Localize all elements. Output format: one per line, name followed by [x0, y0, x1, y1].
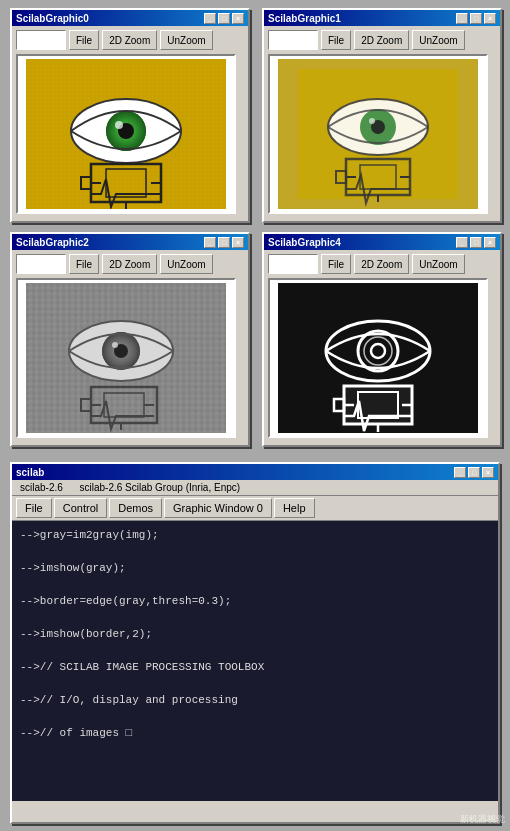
file-btn-4[interactable]: File	[321, 254, 351, 274]
image-graphic4	[278, 283, 478, 433]
terminal-line-blank-1	[20, 544, 490, 561]
file-btn-1[interactable]: File	[321, 30, 351, 50]
titlebar-buttons-scilab: _ □ ×	[454, 467, 494, 478]
scilab-info-bar: scilab-2.6 scilab-2.6 Scilab Group (Inri…	[12, 480, 498, 496]
minimize-btn-1[interactable]: _	[456, 13, 468, 24]
title-graphic0: ScilabGraphic0	[16, 13, 89, 24]
titlebar-buttons-4: _ □ ×	[456, 237, 496, 248]
window-graphic1: ScilabGraphic1 _ □ × File 2D Zoom UnZoom	[262, 8, 502, 223]
menu-file[interactable]: File	[16, 498, 52, 518]
titlebar-buttons-0: _ □ ×	[204, 13, 244, 24]
minimize-btn-0[interactable]: _	[204, 13, 216, 24]
unzoom-btn-2[interactable]: UnZoom	[160, 254, 212, 274]
maximize-btn-1[interactable]: □	[470, 13, 482, 24]
file-btn-2[interactable]: File	[69, 254, 99, 274]
title-graphic2: ScilabGraphic2	[16, 237, 89, 248]
menu-help[interactable]: Help	[274, 498, 315, 518]
input-graphic1[interactable]	[268, 30, 318, 50]
terminal-line-blank-4	[20, 643, 490, 660]
toolbar-graphic2: File 2D Zoom UnZoom	[16, 254, 244, 274]
input-graphic4[interactable]	[268, 254, 318, 274]
close-btn-0[interactable]: ×	[232, 13, 244, 24]
terminal-line-blank-3	[20, 610, 490, 627]
toolbar-graphic0: File 2D Zoom UnZoom	[16, 30, 244, 50]
toolbar-graphic1: File 2D Zoom UnZoom	[268, 30, 496, 50]
desktop: ScilabGraphic0 _ □ × File 2D Zoom UnZoom	[0, 0, 510, 831]
minimize-btn-2[interactable]: _	[204, 237, 216, 248]
terminal-line-1: -->gray=im2gray(img);	[20, 527, 490, 544]
zoom-btn-1[interactable]: 2D Zoom	[354, 30, 409, 50]
content-graphic1: File 2D Zoom UnZoom	[264, 26, 500, 218]
title-scilab: scilab	[16, 467, 44, 478]
close-btn-1[interactable]: ×	[484, 13, 496, 24]
scilab-version: scilab-2.6	[20, 482, 63, 493]
canvas-graphic0	[16, 54, 236, 214]
scilab-group: scilab-2.6 Scilab Group (Inria, Enpc)	[79, 482, 240, 493]
canvas-graphic1	[268, 54, 488, 214]
zoom-btn-0[interactable]: 2D Zoom	[102, 30, 157, 50]
scilab-window: scilab _ □ × scilab-2.6 scilab-2.6 Scila…	[10, 462, 500, 824]
window-graphic2: ScilabGraphic2 _ □ × File 2D Zoom UnZoom	[10, 232, 250, 447]
terminal-line-blank-2	[20, 577, 490, 594]
titlebar-graphic4: ScilabGraphic4 _ □ ×	[264, 234, 500, 250]
titlebar-scilab: scilab _ □ ×	[12, 464, 498, 480]
minimize-btn-scilab[interactable]: _	[454, 467, 466, 478]
titlebar-graphic0: ScilabGraphic0 _ □ ×	[12, 10, 248, 26]
menu-control[interactable]: Control	[54, 498, 107, 518]
menu-demos[interactable]: Demos	[109, 498, 162, 518]
unzoom-btn-4[interactable]: UnZoom	[412, 254, 464, 274]
close-btn-scilab[interactable]: ×	[482, 467, 494, 478]
content-graphic4: File 2D Zoom UnZoom	[264, 250, 500, 442]
svg-point-39	[112, 342, 118, 348]
content-graphic0: File 2D Zoom UnZoom	[12, 26, 248, 218]
terminal-line-6: -->// I/O, display and processing	[20, 692, 490, 709]
titlebar-buttons-1: _ □ ×	[456, 13, 496, 24]
svg-point-22	[369, 118, 375, 124]
window-graphic4: ScilabGraphic4 _ □ × File 2D Zoom UnZoom	[262, 232, 502, 447]
unzoom-btn-0[interactable]: UnZoom	[160, 30, 212, 50]
input-graphic0[interactable]	[16, 30, 66, 50]
canvas-graphic2	[16, 278, 236, 438]
menu-graphic-window[interactable]: Graphic Window 0	[164, 498, 272, 518]
titlebar-buttons-2: _ □ ×	[204, 237, 244, 248]
maximize-btn-0[interactable]: □	[218, 13, 230, 24]
terminal-line-2: -->imshow(gray);	[20, 560, 490, 577]
input-graphic2[interactable]	[16, 254, 66, 274]
minimize-btn-4[interactable]: _	[456, 237, 468, 248]
image-graphic0	[26, 59, 226, 209]
terminal-line-7: -->// of images □	[20, 725, 490, 742]
file-btn-0[interactable]: File	[69, 30, 99, 50]
image-graphic1	[278, 59, 478, 209]
zoom-btn-4[interactable]: 2D Zoom	[354, 254, 409, 274]
scilab-terminal[interactable]: -->gray=im2gray(img); -->imshow(gray); -…	[12, 521, 498, 801]
title-graphic1: ScilabGraphic1	[268, 13, 341, 24]
title-graphic4: ScilabGraphic4	[268, 237, 341, 248]
terminal-line-5: -->// SCILAB IMAGE PROCESSING TOOLBOX	[20, 659, 490, 676]
image-graphic2	[26, 283, 226, 433]
canvas-graphic4	[268, 278, 488, 438]
content-graphic2: File 2D Zoom UnZoom	[12, 250, 248, 442]
terminal-line-blank-6	[20, 709, 490, 726]
svg-rect-53	[344, 386, 412, 424]
close-btn-2[interactable]: ×	[232, 237, 244, 248]
maximize-btn-4[interactable]: □	[470, 237, 482, 248]
scilab-menu-bar: File Control Demos Graphic Window 0 Help	[12, 496, 498, 521]
zoom-btn-2[interactable]: 2D Zoom	[102, 254, 157, 274]
svg-point-10	[115, 121, 123, 129]
unzoom-btn-1[interactable]: UnZoom	[412, 30, 464, 50]
terminal-line-4: -->imshow(border,2);	[20, 626, 490, 643]
window-graphic0: ScilabGraphic0 _ □ × File 2D Zoom UnZoom	[10, 8, 250, 223]
terminal-line-blank-5	[20, 676, 490, 693]
toolbar-graphic4: File 2D Zoom UnZoom	[268, 254, 496, 274]
maximize-btn-2[interactable]: □	[218, 237, 230, 248]
terminal-line-3: -->border=edge(gray,thresh=0.3);	[20, 593, 490, 610]
titlebar-graphic2: ScilabGraphic2 _ □ ×	[12, 234, 248, 250]
titlebar-graphic1: ScilabGraphic1 _ □ ×	[264, 10, 500, 26]
maximize-btn-scilab[interactable]: □	[468, 467, 480, 478]
close-btn-4[interactable]: ×	[484, 237, 496, 248]
watermark: 新机器视觉	[460, 813, 505, 826]
